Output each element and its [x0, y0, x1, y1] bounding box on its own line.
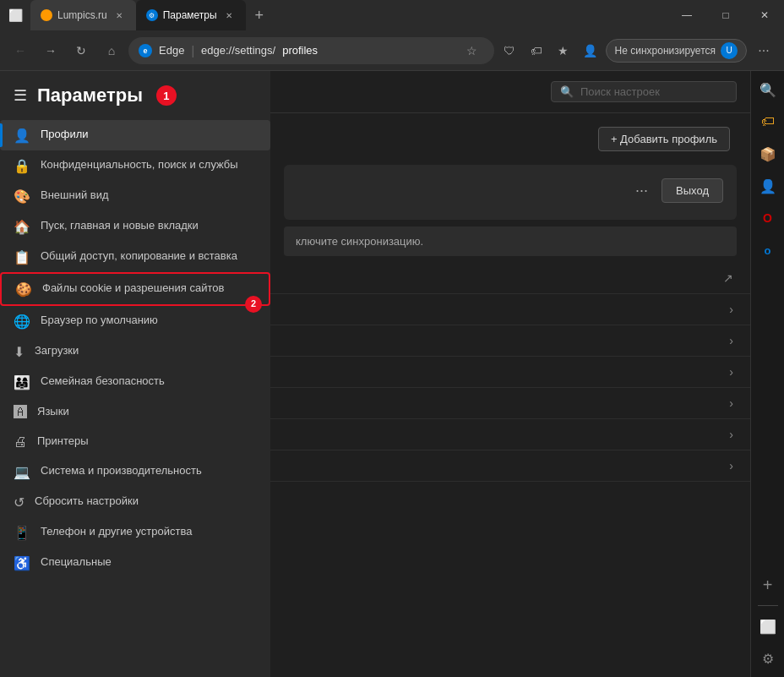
edge-brand-label: Edge [159, 44, 184, 57]
settings-row-2[interactable]: › [270, 325, 750, 357]
add-profile-button[interactable]: + Добавить профиль [598, 127, 730, 151]
sidebar-item-share[interactable]: 📋 Общий доступ, копирование и вставка [0, 242, 270, 272]
accessibility-icon: ♿ [14, 555, 30, 571]
sidebar-item-start[interactable]: 🏠 Пуск, главная и новые вкладки [0, 211, 270, 242]
shield-icon[interactable]: 🛡 [498, 39, 521, 63]
sidebar-item-cookies[interactable]: 🍪 Файлы cookie и разрешения сайтов 2 [0, 272, 270, 306]
favorites-toolbar-icon[interactable]: ★ [552, 39, 575, 63]
tab-close-settings[interactable]: ✕ [222, 8, 236, 22]
settings-row-1[interactable]: › [270, 294, 750, 325]
main-area: ☰ Параметры 1 👤 Профили 🔒 Конфиденциальн… [0, 71, 784, 677]
reset-label: Сбросить настройки [35, 494, 139, 509]
favorites-icon[interactable]: ☆ [460, 39, 484, 63]
languages-icon: 🅰 [14, 405, 27, 420]
new-tab-button[interactable]: + [246, 0, 273, 30]
sync-avatar: U [721, 42, 738, 59]
sidebar-item-appearance[interactable]: 🎨 Внешний вид [0, 181, 270, 211]
tab-label-settings: Параметры [163, 9, 217, 21]
maximize-button[interactable]: □ [706, 0, 745, 30]
home-button[interactable]: ⌂ [98, 37, 125, 64]
address-url-suffix: profiles [282, 44, 318, 57]
settings-rows: ↗ › › › › › › [270, 263, 750, 482]
tab-label-lumpics: Lumpics.ru [57, 9, 107, 21]
search-box[interactable]: 🔍 [551, 81, 737, 102]
share-label: Общий доступ, копирование и вставка [41, 248, 237, 264]
sidebar-item-browser[interactable]: 🌐 Браузер по умолчанию [0, 306, 270, 336]
edge-brand-icon: e [139, 44, 152, 57]
edge-settings-button[interactable]: ⚙ [753, 643, 783, 674]
edge-outlook-button[interactable]: o [753, 235, 783, 265]
tab-strip: ⬜ Lumpics.ru ✕ ⚙ Параметры ✕ + [0, 0, 273, 30]
tab-close-lumpics[interactable]: ✕ [112, 8, 126, 22]
sidebar-item-privacy[interactable]: 🔒 Конфиденциальность, поиск и службы [0, 150, 270, 181]
right-panel: 🔍 + Добавить профиль ··· Выход ключите с [270, 71, 750, 677]
sidebar-item-downloads[interactable]: ⬇ Загрузки [0, 336, 270, 367]
right-content: + Добавить профиль ··· Выход ключите син… [270, 113, 750, 677]
sidebar-toggle-btn[interactable]: ⬜ [0, 0, 30, 30]
reset-icon: ↺ [14, 494, 24, 510]
edge-profile-button[interactable]: 👤 [753, 171, 783, 201]
right-toolbar: 🔍 [270, 71, 750, 113]
printers-icon: 🖨 [14, 434, 27, 450]
tab-lumpics[interactable]: Lumpics.ru ✕ [30, 0, 136, 30]
tab-favicon-settings: ⚙ [146, 9, 158, 21]
sidebar-item-reset[interactable]: ↺ Сбросить настройки [0, 487, 270, 517]
settings-sidebar: ☰ Параметры 1 👤 Профили 🔒 Конфиденциальн… [0, 71, 270, 677]
edge-customize-button[interactable]: ⬜ [753, 611, 783, 642]
settings-row-5[interactable]: › [270, 419, 750, 450]
privacy-label: Конфиденциальность, поиск и службы [41, 157, 238, 172]
phone-label: Телефон и другие устройства [41, 524, 192, 539]
settings-row-3[interactable]: › [270, 357, 750, 388]
window-controls: — □ ✕ [667, 0, 784, 30]
forward-button[interactable]: → [37, 37, 64, 64]
system-icon: 💻 [14, 464, 30, 480]
chevron-icon-4: › [729, 396, 733, 410]
tab-settings[interactable]: ⚙ Параметры ✕ [136, 0, 246, 30]
profile-icon-btn[interactable]: 👤 [579, 39, 602, 63]
edge-office-button[interactable]: O [753, 203, 783, 233]
profile-more-button[interactable]: ··· [629, 178, 655, 203]
sidebar-item-profiles[interactable]: 👤 Профили [0, 120, 270, 150]
search-input[interactable] [580, 85, 727, 98]
sidebar-item-printers[interactable]: 🖨 Принтеры [0, 427, 270, 456]
system-label: Система и производительность [41, 463, 202, 478]
settings-row-external[interactable]: ↗ [270, 263, 750, 294]
back-button[interactable]: ← [7, 37, 34, 64]
edge-shopping-button[interactable]: 📦 [753, 139, 783, 169]
edge-sidebar: 🔍 🏷 📦 👤 O o + ⬜ ⚙ [750, 71, 784, 677]
more-options-button[interactable]: ··· [750, 37, 777, 64]
start-icon: 🏠 [14, 219, 30, 235]
family-icon: 👨‍👩‍👧 [14, 374, 30, 390]
collections-icon[interactable]: 🏷 [525, 39, 548, 63]
exit-button[interactable]: Выход [662, 178, 723, 203]
sidebar-item-family[interactable]: 👨‍👩‍👧 Семейная безопасность [0, 367, 270, 397]
downloads-label: Загрузки [35, 343, 79, 358]
edge-search-button[interactable]: 🔍 [753, 74, 783, 105]
sidebar-item-accessibility[interactable]: ♿ Специальные [0, 548, 270, 578]
address-divider: | [191, 44, 194, 57]
tab-favicon-lumpics [41, 9, 52, 21]
refresh-button[interactable]: ↻ [68, 37, 95, 64]
title-bar: ⬜ Lumpics.ru ✕ ⚙ Параметры ✕ + — □ ✕ [0, 0, 784, 30]
sync-label: Не синхронизируется [615, 45, 716, 57]
edge-collections-button[interactable]: 🏷 [753, 106, 783, 137]
hamburger-icon[interactable]: ☰ [14, 86, 27, 105]
settings-row-6[interactable]: › [270, 450, 750, 482]
browser-label: Браузер по умолчанию [41, 313, 158, 328]
sidebar-item-phone[interactable]: 📱 Телефон и другие устройства [0, 517, 270, 548]
sidebar-item-system[interactable]: 💻 Система и производительность [0, 456, 270, 487]
settings-row-4[interactable]: › [270, 388, 750, 419]
toolbar-more-icons: ··· [750, 37, 777, 64]
address-bar-input[interactable]: e Edge | edge://settings/profiles ☆ [128, 37, 494, 64]
sidebar-item-languages[interactable]: 🅰 Языки [0, 397, 270, 427]
family-label: Семейная безопасность [41, 374, 165, 389]
close-button[interactable]: ✕ [745, 0, 784, 30]
chevron-icon-5: › [729, 428, 733, 441]
chevron-icon-1: › [729, 303, 733, 316]
edge-add-button[interactable]: + [753, 570, 783, 600]
share-icon: 📋 [14, 249, 30, 265]
sync-button[interactable]: Не синхронизируется U [606, 39, 747, 63]
minimize-button[interactable]: — [667, 0, 706, 30]
profiles-icon: 👤 [14, 128, 30, 144]
edge-sidebar-divider [758, 605, 778, 606]
